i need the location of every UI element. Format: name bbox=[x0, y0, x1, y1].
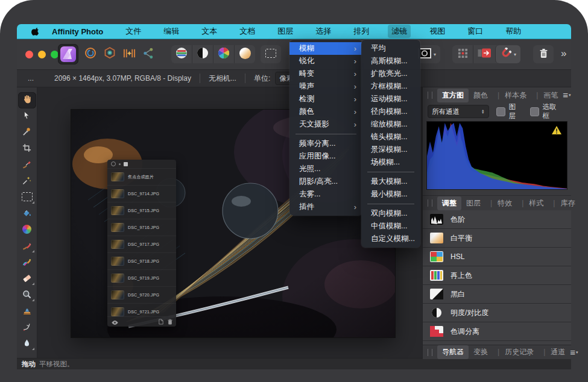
tab-adjustment[interactable]: 调整 bbox=[437, 196, 461, 210]
filter-item-frequency-separation[interactable]: 频率分离... bbox=[289, 137, 362, 150]
tab-brushes[interactable]: 画笔 bbox=[531, 89, 563, 102]
toolbar-overflow-icon[interactable]: » bbox=[561, 48, 565, 60]
blur-item-custom[interactable]: 自定义模糊... bbox=[361, 233, 420, 245]
color-replacement-brush-tool[interactable] bbox=[18, 255, 36, 271]
blur-item-motion[interactable]: 运动模糊... bbox=[361, 93, 420, 105]
flood-fill-tool[interactable] bbox=[18, 206, 36, 222]
minimize-button[interactable] bbox=[38, 51, 46, 58]
snapping-grid-button[interactable] bbox=[452, 45, 473, 63]
camera-info[interactable]: 无相机... bbox=[209, 74, 236, 84]
move-tool[interactable] bbox=[18, 108, 36, 125]
blur-tool[interactable] bbox=[18, 336, 36, 352]
tab-navigator[interactable]: 导航器 bbox=[437, 345, 469, 359]
marquee-checkbox[interactable] bbox=[530, 107, 539, 116]
auto-contrast-button[interactable] bbox=[192, 45, 213, 63]
blur-item-diffuse-glow[interactable]: 扩散亮光... bbox=[361, 67, 420, 80]
warning-icon[interactable] bbox=[551, 125, 562, 137]
liquify-persona-button[interactable] bbox=[81, 46, 100, 62]
gradient-tool[interactable] bbox=[18, 222, 36, 239]
blur-item-zoom[interactable]: 缩放模糊... bbox=[361, 118, 420, 131]
menu-text[interactable]: 文本 bbox=[198, 25, 221, 38]
blur-item-lens[interactable]: 镜头模糊... bbox=[361, 131, 420, 143]
menu-edit[interactable]: 编辑 bbox=[160, 25, 183, 38]
close-button[interactable] bbox=[25, 51, 33, 58]
filter-item-colours[interactable]: 颜色› bbox=[289, 105, 362, 118]
auto-colors-button[interactable] bbox=[213, 45, 234, 63]
filter-item-plugins[interactable]: 插件› bbox=[289, 201, 362, 213]
filter-item-noise[interactable]: 噪声› bbox=[289, 80, 362, 93]
adjustment-black-white[interactable]: 黑白 bbox=[423, 285, 571, 304]
source-item[interactable]: DSC_9716.JPG bbox=[107, 219, 176, 236]
menu-filters[interactable]: 滤镜 bbox=[388, 25, 411, 38]
adjustment-levels[interactable]: 色阶 bbox=[423, 210, 571, 229]
adjustment-posterize[interactable]: 色调分离 bbox=[423, 322, 571, 341]
blur-item-radial[interactable]: 径向模糊... bbox=[361, 105, 420, 118]
paint-brush-tool[interactable] bbox=[18, 239, 36, 255]
filter-item-astrophotography[interactable]: 天文摄影› bbox=[289, 118, 362, 131]
blur-item-maximum[interactable]: 最大模糊... bbox=[361, 175, 420, 188]
menu-select[interactable]: 选择 bbox=[312, 25, 335, 38]
menu-file[interactable]: 文件 bbox=[122, 25, 145, 38]
panel-grip[interactable] bbox=[428, 92, 432, 99]
tab-channels[interactable]: 通道 bbox=[539, 345, 570, 359]
tab-stock[interactable]: 库存 bbox=[548, 196, 580, 210]
tab-swatches[interactable]: 样本条 bbox=[493, 89, 531, 102]
new-page-icon[interactable] bbox=[159, 316, 163, 327]
context-overflow[interactable]: ... bbox=[28, 74, 34, 83]
source-item[interactable]: DSC_9719.JPG bbox=[107, 270, 176, 287]
source-item-focus-merge[interactable]: 焦点合成图片 bbox=[107, 169, 176, 186]
source-item[interactable]: DSC_9717.JPG bbox=[107, 236, 176, 253]
panel-dot-icon[interactable] bbox=[119, 163, 121, 165]
source-item[interactable]: DSC_9718.JPG bbox=[107, 253, 176, 270]
delete-source-icon[interactable] bbox=[168, 316, 172, 327]
pixel-alignment-button[interactable] bbox=[473, 45, 495, 63]
marquee-preset-button[interactable] bbox=[261, 45, 281, 63]
menu-window[interactable]: 窗口 bbox=[464, 25, 487, 38]
auto-levels-button[interactable] bbox=[171, 45, 192, 63]
blur-item-field[interactable]: 场模糊... bbox=[361, 156, 420, 169]
blur-item-depth-of-field[interactable]: 景深模糊... bbox=[361, 143, 420, 156]
adjustment-white-balance[interactable]: 白平衡 bbox=[423, 229, 571, 248]
tab-styles[interactable]: 样式 bbox=[517, 196, 548, 210]
filter-item-lighting[interactable]: 光照... bbox=[289, 163, 362, 175]
erase-brush-tool[interactable] bbox=[18, 271, 36, 287]
menu-arrange[interactable]: 排列 bbox=[350, 25, 373, 38]
filter-item-distort[interactable]: 畸变› bbox=[289, 67, 362, 80]
adjustment-hsl[interactable]: HSL bbox=[423, 248, 571, 266]
tab-effects[interactable]: 特效 bbox=[485, 196, 517, 210]
panel-grip[interactable] bbox=[428, 199, 432, 207]
tab-transform[interactable]: 变换 bbox=[469, 345, 493, 359]
panel-circle-icon[interactable] bbox=[111, 161, 116, 166]
filter-item-shadows-highlights[interactable]: 阴影/高亮... bbox=[289, 175, 362, 188]
tab-history[interactable]: 历史记录 bbox=[493, 345, 539, 359]
selection-brush-tool[interactable] bbox=[18, 157, 36, 174]
photo-persona-button[interactable] bbox=[58, 44, 78, 64]
filter-item-apply-image[interactable]: 应用图像... bbox=[289, 150, 362, 163]
menu-document[interactable]: 文档 bbox=[236, 25, 259, 38]
panel-menu-icon[interactable]: ≡▾ bbox=[563, 92, 571, 98]
flood-select-tool[interactable] bbox=[18, 174, 36, 190]
auto-white-balance-button[interactable] bbox=[234, 45, 255, 63]
marquee-tool[interactable] bbox=[18, 190, 36, 206]
panel-grip[interactable] bbox=[428, 349, 432, 356]
blur-item-bilateral[interactable]: 双向模糊... bbox=[361, 207, 420, 220]
preview-eye-icon[interactable] bbox=[111, 316, 119, 327]
source-item[interactable]: DSC_9714.JPG bbox=[107, 186, 176, 202]
delete-button[interactable] bbox=[533, 45, 554, 63]
color-picker-tool[interactable] bbox=[18, 125, 36, 141]
menu-layer[interactable]: 图层 bbox=[274, 25, 297, 38]
menu-affinity-photo[interactable]: Affinity Photo bbox=[48, 26, 107, 37]
panel-menu-icon[interactable]: ≡▾ bbox=[570, 349, 578, 355]
blur-item-gaussian[interactable]: 高斯模糊... bbox=[361, 55, 420, 67]
blur-item-average[interactable]: 平均 bbox=[361, 42, 420, 55]
panel-grid-view-icon[interactable] bbox=[124, 162, 128, 166]
source-item[interactable]: DSC_9715.JPG bbox=[107, 202, 176, 219]
filter-item-blur[interactable]: 模糊› bbox=[289, 42, 362, 55]
source-item[interactable]: DSC_9721.JPG bbox=[107, 304, 176, 316]
filter-item-sharpen[interactable]: 锐化› bbox=[289, 55, 362, 67]
channel-select[interactable]: 所有通道 ▲▼ bbox=[428, 105, 489, 118]
adjustment-brightness-contrast[interactable]: 明度/对比度 bbox=[423, 304, 571, 322]
adjustment-recolour[interactable]: 再上色 bbox=[423, 266, 571, 285]
menu-help[interactable]: 帮助 bbox=[502, 25, 525, 38]
tone-mapping-persona-button[interactable] bbox=[119, 47, 139, 62]
